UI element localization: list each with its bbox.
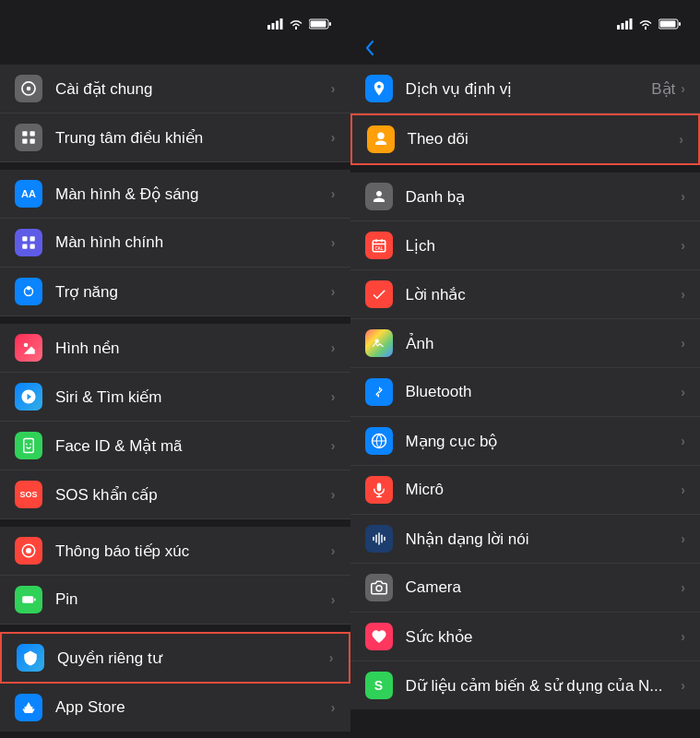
list-item-siri-tim-kiem[interactable]: Siri & Tìm kiếm› xyxy=(0,373,350,422)
list-item-hinh-nen[interactable]: Hình nền› xyxy=(0,324,350,373)
man-hinh-chinh-label: Màn hình chính xyxy=(55,233,331,252)
list-item-pin[interactable]: Pin› xyxy=(0,576,350,625)
svg-rect-1 xyxy=(271,23,274,30)
tro-nang-label: Trợ năng xyxy=(55,282,331,302)
cai-dat-chung-icon xyxy=(15,75,42,102)
list-item-trung-tam-dieu-khien[interactable]: Trung tâm điều khiển› xyxy=(0,113,350,162)
svg-rect-10 xyxy=(30,139,35,144)
lich-chevron: › xyxy=(681,238,685,253)
lich-label: Lịch xyxy=(406,236,682,256)
svg-point-22 xyxy=(26,548,31,554)
section-divider xyxy=(0,625,350,632)
list-item-sos-khan-cap[interactable]: SOSSOS khẩn cấp› xyxy=(0,470,350,519)
nav-bar-left xyxy=(0,41,350,57)
trung-tam-dieu-khien-label: Trung tâm điều khiển xyxy=(55,128,331,148)
svg-rect-13 xyxy=(30,236,35,241)
nhan-dang-loi-noi-icon xyxy=(365,525,393,553)
siri-tim-kiem-chevron: › xyxy=(331,389,336,404)
pin-chevron: › xyxy=(331,592,336,607)
micro-chevron: › xyxy=(681,482,685,497)
suc-khoe-chevron: › xyxy=(681,629,685,644)
svg-rect-27 xyxy=(630,18,633,30)
thong-bao-tiep-xuc-chevron: › xyxy=(331,543,336,558)
list-item-man-hinh-chinh[interactable]: Màn hình chính› xyxy=(0,219,350,268)
svg-rect-14 xyxy=(30,244,35,249)
list-item-loi-nhac[interactable]: Lời nhắc› xyxy=(350,270,701,319)
list-item-nhan-dang-loi-noi[interactable]: Nhận dạng lời nói› xyxy=(350,515,701,564)
bluetooth-label: Bluetooth xyxy=(406,383,682,401)
camera-label: Camera xyxy=(406,578,682,597)
svg-rect-43 xyxy=(384,537,386,542)
list-item-quyen-rieng-tu[interactable]: Quyền riêng tư› xyxy=(0,632,350,684)
svg-rect-2 xyxy=(276,21,279,30)
svg-rect-38 xyxy=(376,483,381,492)
list-item-camera[interactable]: Camera› xyxy=(350,564,701,613)
quyen-rieng-tu-icon xyxy=(17,644,44,672)
quyen-rieng-tu-chevron: › xyxy=(329,650,334,665)
man-hinh-do-sang-chevron: › xyxy=(331,186,336,201)
signal-icon-right xyxy=(617,18,633,30)
sos-khan-cap-label: SOS khẩn cấp xyxy=(55,485,331,505)
svg-rect-0 xyxy=(267,25,270,30)
hinh-nen-icon xyxy=(15,334,42,362)
left-settings-list[interactable]: Cài đặt chung›Trung tâm điều khiển›AAMàn… xyxy=(0,57,350,738)
svg-rect-5 xyxy=(310,21,326,28)
right-settings-list[interactable]: Dịch vụ định vịBật›Theo dõi›Danh bạ›CALL… xyxy=(350,57,701,738)
status-icons-left xyxy=(267,18,332,30)
mang-cuc-bo-icon xyxy=(365,427,393,455)
app-store-icon xyxy=(15,694,42,721)
svg-rect-25 xyxy=(622,23,624,30)
list-item-mang-cuc-bo[interactable]: Mạng cục bộ› xyxy=(350,417,701,466)
right-screen: Dịch vụ định vịBật›Theo dõi›Danh bạ›CALL… xyxy=(350,0,701,738)
trung-tam-dieu-khien-icon xyxy=(15,124,42,151)
thong-bao-tiep-xuc-icon xyxy=(15,537,42,565)
list-item-micro[interactable]: Micrô› xyxy=(350,466,701,515)
list-item-anh[interactable]: Ảnh› xyxy=(350,319,701,368)
camera-icon xyxy=(365,574,393,601)
face-id-mat-ma-icon xyxy=(15,432,42,459)
svg-rect-23 xyxy=(22,596,33,603)
list-item-du-lieu-cam-bien[interactable]: SDữ liệu cảm biến & sử dụng của N...› xyxy=(350,661,701,709)
face-id-mat-ma-label: Face ID & Mật mã xyxy=(55,436,331,456)
list-item-man-hinh-do-sang[interactable]: AAMàn hình & Độ sáng› xyxy=(0,170,350,219)
micro-icon xyxy=(365,476,393,504)
list-item-dich-vu-dinh-vi[interactable]: Dịch vụ định vịBật› xyxy=(350,65,701,113)
app-store-label: App Store xyxy=(55,698,331,717)
status-icons-right xyxy=(617,18,682,30)
app-store-chevron: › xyxy=(331,700,336,715)
dich-vu-dinh-vi-value: Bật xyxy=(651,79,675,99)
list-item-thong-bao-tiep-xuc[interactable]: Thông báo tiếp xúc› xyxy=(0,527,350,576)
list-item-suc-khoe[interactable]: Sức khỏe› xyxy=(350,613,701,661)
anh-icon xyxy=(365,329,393,357)
thong-bao-tiep-xuc-label: Thông báo tiếp xúc xyxy=(55,542,331,561)
anh-chevron: › xyxy=(681,336,685,351)
battery-icon xyxy=(309,18,332,30)
list-item-tro-nang[interactable]: Trợ năng› xyxy=(0,268,350,316)
mang-cuc-bo-chevron: › xyxy=(681,434,685,448)
list-item-face-id-mat-ma[interactable]: Face ID & Mật mã› xyxy=(0,422,350,470)
dich-vu-dinh-vi-label: Dịch vụ định vị xyxy=(406,79,652,99)
du-lieu-cam-bien-label: Dữ liệu cảm biến & sử dụng của N... xyxy=(406,676,682,696)
hinh-nen-label: Hình nền xyxy=(55,339,331,358)
tro-nang-chevron: › xyxy=(331,284,336,299)
danh-ba-label: Danh bạ xyxy=(406,187,682,207)
theo-doi-label: Theo dõi xyxy=(408,130,680,149)
cai-dat-chung-chevron: › xyxy=(331,81,336,96)
list-item-lich[interactable]: CALLịch› xyxy=(350,221,701,270)
list-item-app-store[interactable]: App Store› xyxy=(0,684,350,732)
list-item-bluetooth[interactable]: Bluetooth› xyxy=(350,368,701,417)
pin-icon xyxy=(15,586,42,613)
svg-rect-18 xyxy=(24,439,34,453)
suc-khoe-label: Sức khỏe xyxy=(406,627,682,647)
list-item-theo-doi[interactable]: Theo dõi› xyxy=(350,113,701,165)
list-item-cai-dat-chung[interactable]: Cài đặt chung› xyxy=(0,65,350,113)
micro-label: Micrô xyxy=(406,481,682,499)
list-item-danh-ba[interactable]: Danh bạ› xyxy=(350,173,701,221)
svg-rect-39 xyxy=(373,537,374,542)
man-hinh-do-sang-label: Màn hình & Độ sáng xyxy=(55,184,331,204)
back-button[interactable] xyxy=(365,39,379,57)
loi-nhac-chevron: › xyxy=(681,287,685,302)
svg-rect-9 xyxy=(30,131,35,136)
pin-label: Pin xyxy=(55,590,331,609)
dich-vu-dinh-vi-icon xyxy=(365,75,393,102)
